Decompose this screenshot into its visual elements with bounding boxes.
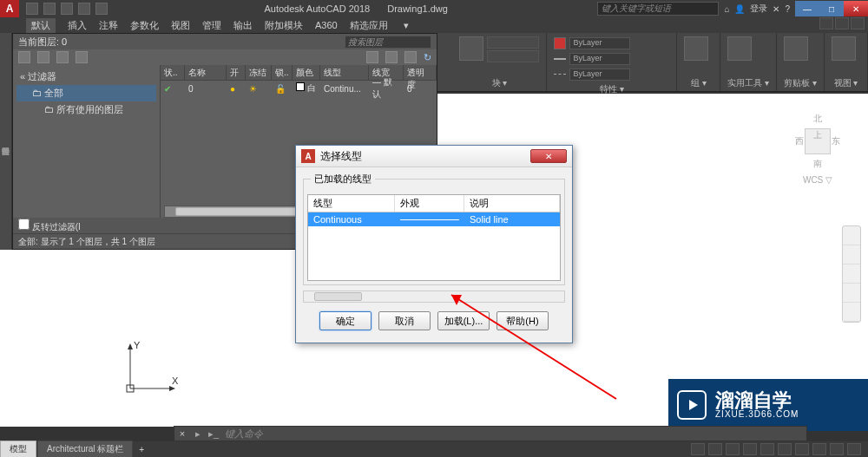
exchange-icon[interactable]: ✕: [773, 4, 779, 14]
status-model-icon[interactable]: [691, 443, 705, 455]
color-cell[interactable]: 白: [293, 82, 320, 95]
new-layer-vpfrozen-icon[interactable]: [37, 51, 49, 63]
col-description[interactable]: 说明: [464, 195, 560, 212]
col-on[interactable]: 开: [227, 65, 246, 80]
infocenter-icon[interactable]: ⌂: [724, 4, 729, 14]
help-button[interactable]: 帮助(H): [496, 311, 549, 330]
col-color[interactable]: 颜色: [293, 65, 320, 80]
menu-item[interactable]: 注释: [99, 19, 118, 32]
menu-item[interactable]: 参数化: [130, 19, 159, 32]
command-input[interactable]: 键入命令: [221, 428, 806, 441]
group-button[interactable]: [684, 36, 708, 61]
block-tool-button[interactable]: [487, 36, 539, 49]
set-current-icon[interactable]: [76, 51, 88, 63]
menu-item[interactable]: 附加模块: [265, 19, 303, 32]
layer-states-icon[interactable]: [366, 51, 378, 63]
nav-orbit-icon[interactable]: [843, 284, 860, 303]
col-lock[interactable]: 锁..: [272, 65, 293, 80]
signin-icon[interactable]: 👤: [734, 4, 745, 14]
block-tool-button[interactable]: [487, 50, 539, 62]
reverse-filter-input[interactable]: [18, 219, 30, 230]
linetype-row-selected[interactable]: Continuous Solid line: [308, 212, 560, 226]
menu-item[interactable]: 插入: [68, 19, 87, 32]
qat-open-icon[interactable]: [43, 3, 56, 15]
qat-redo-icon[interactable]: [95, 3, 108, 15]
layout-tab[interactable]: Architectural 标题栏: [37, 441, 133, 457]
menu-item[interactable]: 管理: [202, 19, 221, 32]
draw-max-icon[interactable]: [835, 17, 849, 29]
dialog-close-button[interactable]: ✕: [530, 149, 567, 163]
status-grid-icon[interactable]: [708, 443, 722, 455]
lock-cell[interactable]: 🔓: [272, 84, 293, 94]
refresh-icon[interactable]: ↻: [424, 52, 431, 63]
color-swatch[interactable]: [554, 37, 566, 49]
app-logo[interactable]: A: [0, 0, 19, 17]
reverse-filter-checkbox[interactable]: 反转过滤器(I: [18, 219, 81, 233]
minimize-button[interactable]: —: [795, 1, 819, 16]
status-workspace-icon[interactable]: [830, 443, 844, 455]
status-polar-icon[interactable]: [760, 443, 774, 455]
signin-label[interactable]: 登录: [750, 3, 767, 15]
col-status[interactable]: 状..: [161, 65, 185, 80]
lineweight-cell[interactable]: — 默认: [369, 76, 404, 101]
add-layout-icon[interactable]: +: [134, 445, 149, 454]
color-select[interactable]: ByLayer: [569, 37, 630, 49]
command-line[interactable]: × ▸ ▸_ 键入命令: [174, 426, 807, 441]
status-osnap-icon[interactable]: [778, 443, 792, 455]
ok-button[interactable]: 确定: [319, 311, 372, 330]
scrollbar-thumb[interactable]: [314, 292, 362, 301]
col-linetype[interactable]: 线型: [320, 65, 369, 80]
viewcube[interactable]: 北 西 上 东 南 WCS ▽: [795, 113, 840, 191]
menu-overflow-icon[interactable]: ▾: [404, 20, 409, 31]
filter-all[interactable]: 🗀 全部: [16, 85, 156, 101]
qat-new-icon[interactable]: [26, 3, 38, 15]
menu-item[interactable]: A360: [315, 20, 338, 30]
paste-button[interactable]: [784, 36, 808, 61]
layer-search-input[interactable]: 搜索图层: [345, 36, 431, 49]
layer-row[interactable]: ✔ 0 ● ☀ 🔓 白 Continu... — 默认 0: [161, 81, 437, 96]
cancel-button[interactable]: 取消: [378, 311, 431, 330]
help-search-input[interactable]: 键入关键字或短语: [597, 2, 719, 16]
status-customize-icon[interactable]: [847, 443, 861, 455]
linetype-select[interactable]: ByLayer: [569, 69, 630, 81]
dialog-hscroll[interactable]: [303, 291, 565, 303]
qat-save-icon[interactable]: [61, 3, 73, 15]
viewcube-wcs[interactable]: WCS ▽: [795, 175, 840, 185]
nav-pan-icon[interactable]: [843, 245, 860, 264]
status-snap-icon[interactable]: [726, 443, 740, 455]
cmdline-close-icon[interactable]: ×: [174, 428, 190, 439]
utility-button[interactable]: [727, 36, 752, 61]
nav-wheel-icon[interactable]: [843, 226, 860, 245]
col-freeze[interactable]: 冻结: [246, 65, 272, 80]
insert-block-button[interactable]: [459, 36, 483, 61]
cmdline-customize-icon[interactable]: ▸: [190, 428, 206, 440]
filter-used-layers[interactable]: 🗀 所有使用的图层: [16, 101, 156, 118]
col-linetype[interactable]: 线型: [308, 195, 395, 212]
close-button[interactable]: ✕: [844, 1, 868, 16]
menu-item[interactable]: 默认: [26, 18, 56, 33]
menu-item[interactable]: 视图: [171, 19, 190, 32]
qat-undo-icon[interactable]: [78, 3, 90, 15]
layer-filter-icon[interactable]: [385, 51, 398, 63]
nav-zoom-icon[interactable]: [843, 264, 860, 284]
layer-settings-icon[interactable]: [404, 51, 417, 63]
col-transparency[interactable]: 透明度: [404, 65, 437, 80]
help-icon[interactable]: ?: [785, 4, 790, 14]
freeze-cell[interactable]: ☀: [246, 84, 272, 94]
status-lwt-icon[interactable]: [795, 443, 809, 455]
col-appearance[interactable]: 外观: [395, 195, 464, 212]
nav-showmotion-icon[interactable]: [843, 303, 860, 322]
on-cell[interactable]: ●: [227, 84, 246, 94]
status-ortho-icon[interactable]: [743, 443, 757, 455]
status-anno-icon[interactable]: [812, 443, 826, 455]
maximize-button[interactable]: □: [819, 1, 844, 16]
model-tab[interactable]: 模型: [0, 441, 36, 457]
transparency-cell[interactable]: 0: [404, 84, 437, 94]
lineweight-select[interactable]: ByLayer: [569, 53, 630, 65]
col-name[interactable]: 名称: [185, 65, 227, 80]
menu-item[interactable]: 精选应用: [350, 19, 388, 32]
new-layer-icon[interactable]: [18, 51, 30, 63]
view-button[interactable]: [832, 36, 856, 61]
draw-close-icon[interactable]: [851, 17, 865, 29]
dialog-titlebar[interactable]: A 选择线型 ✕: [296, 146, 572, 167]
